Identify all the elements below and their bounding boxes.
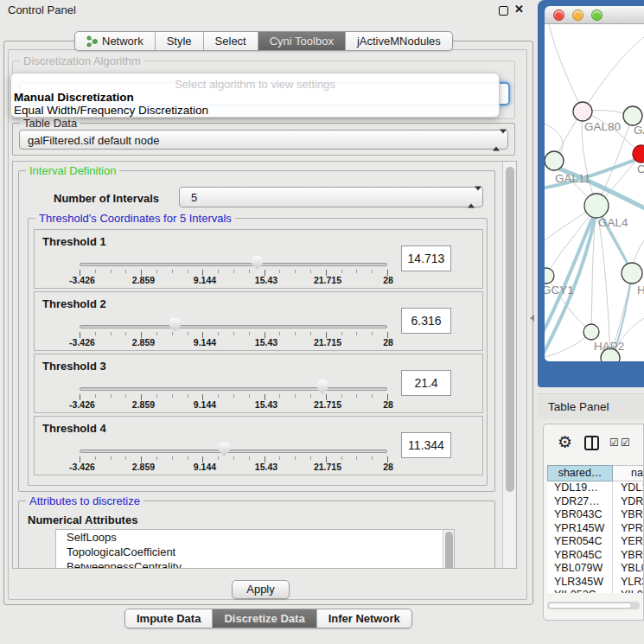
table-panel-header: Table Panel — [538, 393, 644, 419]
threshold-1-slider-handle[interactable] — [251, 255, 264, 270]
table-row[interactable]: YDL19…YDL1 — [547, 481, 644, 495]
network-icon — [86, 35, 98, 47]
checkbox-icon[interactable]: ☑ — [621, 437, 630, 449]
tab-cyni-toolbox[interactable]: Cyni Toolbox — [258, 32, 346, 50]
node-clipped-right-top — [623, 106, 642, 125]
combo-spinner-icon — [468, 191, 475, 204]
number-of-intervals-label: Number of Intervals — [54, 192, 159, 205]
table-row[interactable]: YER054CYER0 — [547, 535, 644, 549]
algorithm-popup: Select algorithm to view settings Manual… — [10, 73, 500, 118]
threshold-1-slider-track[interactable] — [80, 263, 387, 266]
interval-definition-title: Interval Definition — [26, 164, 119, 177]
table-row[interactable]: YPR145WYPR1 — [547, 522, 644, 536]
gear-icon[interactable]: ⚙ — [558, 432, 572, 452]
tab-infer-network[interactable]: Infer Network — [317, 609, 411, 628]
table-row[interactable]: YLR345WYLR3 — [547, 576, 644, 590]
threshold-1-value-field[interactable]: 14.713 — [401, 245, 451, 271]
threshold-2-slider-handle[interactable] — [169, 317, 182, 332]
attributes-group: Attributes to discretize Numerical Attri… — [18, 501, 495, 569]
node-gcy1 — [545, 268, 554, 284]
threshold-3-slider-handle[interactable] — [316, 379, 329, 394]
node-hap2 — [583, 324, 599, 340]
threshold-2-slider-track[interactable] — [80, 325, 387, 328]
minimize-traffic-light-icon[interactable] — [572, 10, 583, 21]
node-label-c-clipped: C — [637, 163, 644, 175]
threshold-3-value-field[interactable]: 21.4 — [401, 370, 451, 396]
threshold-4-panel: Threshold 4 -3.426 2.859 9.144 15.43 21.… — [34, 416, 483, 475]
node-gal4 — [584, 194, 609, 218]
table-data-combobox[interactable]: galFiltered.sif default node — [19, 130, 508, 150]
network-window-titlebar[interactable] — [545, 6, 644, 24]
apply-button[interactable]: Apply — [232, 580, 290, 599]
close-icon[interactable]: ✕ — [514, 3, 524, 16]
close-traffic-light-icon[interactable] — [553, 10, 564, 21]
tab-select[interactable]: Select — [204, 32, 258, 50]
node-label-hap2: HAP2 — [594, 340, 624, 353]
tab-network-label: Network — [102, 32, 143, 50]
algorithm-popup-hint: Select algorithm to view settings — [11, 78, 499, 91]
list-item[interactable]: TopologicalCoefficient — [56, 545, 454, 559]
discretization-algorithm-group-title: Discretization Algorithm — [20, 54, 144, 67]
table-row[interactable]: YBL079WYBL0 — [547, 562, 644, 576]
network-canvas[interactable]: GAL80 GA C GAL11 GAL4 GCY1 H HAP2 — [545, 24, 644, 361]
table-row[interactable]: YDR27…YDR2 — [547, 495, 644, 509]
zoom-traffic-light-icon[interactable] — [591, 10, 603, 21]
threshold-2-value-field[interactable]: 6.316 — [401, 308, 451, 334]
node-label-gal11: GAL11 — [555, 172, 590, 185]
node-table: shared… na YDL19…YDL1 YDR27…YDR2 YBR043C… — [547, 465, 644, 593]
threshold-4-slider-track[interactable] — [80, 450, 387, 453]
top-tabbar: Network Style Select Cyni Toolbox jActiv… — [74, 31, 453, 51]
node-gal80 — [573, 102, 592, 121]
network-view-window: GAL80 GA C GAL11 GAL4 GCY1 H HAP2 — [538, 0, 644, 387]
threshold-3-slider-track[interactable] — [80, 387, 387, 391]
numerical-attributes-list[interactable]: SelfLoops TopologicalCoefficient Between… — [55, 529, 455, 569]
tab-style[interactable]: Style — [156, 32, 204, 50]
panel-splitter-grip[interactable] — [530, 315, 534, 322]
threshold-1-panel: Threshold 1 -3.426 2.859 9.144 15.43 21.… — [34, 229, 483, 289]
combo-spinner-icon — [493, 133, 500, 146]
node-clipped-right-mid — [622, 263, 642, 284]
tab-jactivemnodules[interactable]: jActiveMNodules — [346, 32, 452, 50]
app-root: { "window": { "title": "Control Panel" }… — [0, 0, 644, 644]
numerical-attributes-label: Numerical Attributes — [28, 513, 137, 526]
tab-discretize-data[interactable]: Discretize Data — [213, 609, 316, 628]
number-of-intervals-combobox[interactable]: 5 — [179, 187, 483, 207]
popup-option-equal-width-frequency[interactable]: Equal Width/Frequency Discretization — [14, 104, 208, 117]
control-panel-titlebar: Control Panel ✕ — [0, 0, 536, 21]
node-label-gal4: GAL4 — [598, 216, 628, 229]
split-columns-icon[interactable] — [584, 436, 599, 450]
table-row[interactable]: YIL052CYIL0 — [547, 589, 644, 593]
threshold-2-panel: Threshold 2 -3.426 2.859 9.144 15.43 21.… — [34, 291, 483, 351]
table-row[interactable]: YBR043CYBR0 — [547, 508, 644, 522]
checkbox-icon[interactable]: ☑ — [609, 437, 619, 449]
table-row[interactable]: YBR045CYBR0 — [547, 549, 644, 563]
node-label-gal80: GAL80 — [584, 120, 621, 133]
tab-network[interactable]: Network — [75, 32, 156, 50]
attributes-group-title: Attributes to discretize — [26, 494, 143, 507]
column-header-name[interactable]: na — [613, 465, 644, 481]
node-label-ga-clipped: GA — [634, 124, 644, 137]
node-label-h-clipped: H — [637, 284, 644, 296]
popup-option-manual-discretization[interactable]: Manual Discretization — [14, 91, 134, 104]
control-panel-title: Control Panel — [8, 3, 76, 16]
table-data-selected: galFiltered.sif default node — [28, 133, 159, 146]
list-item[interactable]: BetweennessCentrality — [56, 559, 454, 569]
float-window-icon[interactable] — [499, 6, 508, 16]
threshold-4-value-field[interactable]: 11.344 — [401, 432, 451, 458]
list-item[interactable]: SelfLoops — [56, 530, 454, 545]
attributes-list-scrollbar[interactable] — [443, 530, 454, 569]
table-panel-title: Table Panel — [548, 400, 609, 413]
network-graph: GAL80 GA C GAL11 GAL4 GCY1 H HAP2 — [545, 24, 644, 361]
settings-scrollbar[interactable] — [502, 162, 516, 568]
threshold-4-slider-handle[interactable] — [218, 442, 231, 456]
column-header-shared[interactable]: shared… — [547, 465, 613, 481]
settings-scroll-area: Interval Definition Number of Intervals … — [12, 161, 517, 569]
bottom-tabbar: Impute Data Discretize Data Infer Networ… — [124, 609, 412, 628]
table-header-row: shared… na — [547, 465, 644, 481]
tab-impute-data[interactable]: Impute Data — [125, 609, 213, 628]
threshold-3-panel: Threshold 3 -3.426 2.859 9.144 15.43 21.… — [34, 354, 483, 413]
interval-definition-group: Interval Definition Number of Intervals … — [18, 170, 495, 492]
table-horizontal-scrollbar[interactable] — [547, 602, 640, 609]
number-of-intervals-value: 5 — [191, 191, 197, 204]
table-panel: ⚙ ☑ ☑ shared… na YDL19…YDL1 YDR27…YDR2 Y… — [543, 424, 644, 621]
